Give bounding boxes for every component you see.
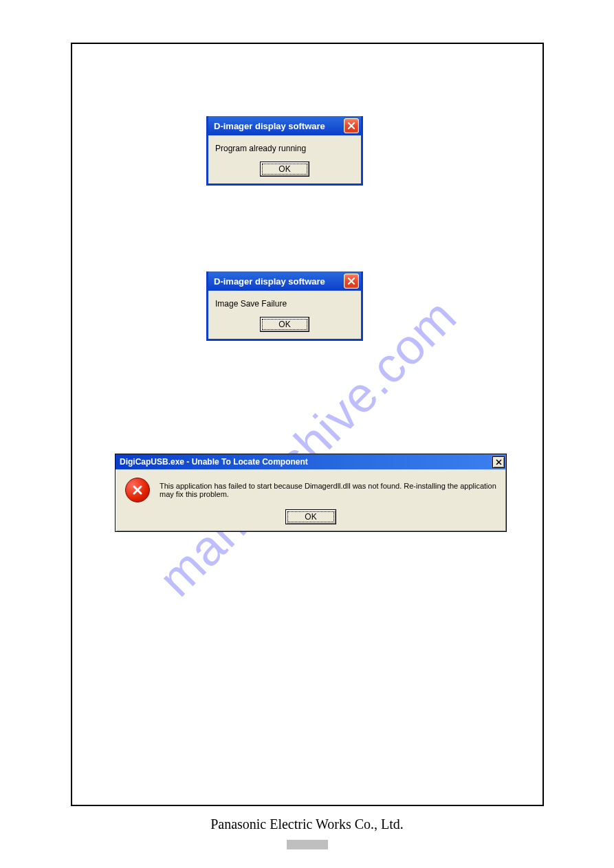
dialog1-title: D-imager display software <box>214 121 344 131</box>
dialog-unable-to-locate-component: DigiCapUSB.exe - Unable To Locate Compon… <box>115 454 507 532</box>
dialog-program-already-running: D-imager display software Program alread… <box>206 116 363 186</box>
ok-button[interactable]: OK <box>285 509 336 524</box>
dialog1-titlebar[interactable]: D-imager display software <box>208 116 361 135</box>
close-icon[interactable] <box>344 274 359 289</box>
dialog1-message: Program already running <box>215 144 354 153</box>
dialog3-title: DigiCapUSB.exe - Unable To Locate Compon… <box>120 457 492 467</box>
dialog3-message: This application has failed to start bec… <box>160 482 496 498</box>
dialog-image-save-failure: D-imager display software Image Save Fai… <box>206 271 363 341</box>
dialog2-body: Image Save Failure OK <box>208 291 361 339</box>
dialog2-title: D-imager display software <box>214 276 344 287</box>
close-icon[interactable] <box>344 118 359 133</box>
ok-button[interactable]: OK <box>260 317 309 332</box>
document-page: manualshive.com D-imager display softwar… <box>0 0 614 868</box>
footer-company: Panasonic Electric Works Co., Ltd. <box>0 816 614 832</box>
close-icon[interactable] <box>492 456 505 468</box>
footer-page-indicator <box>287 840 328 849</box>
dialog2-titlebar[interactable]: D-imager display software <box>208 271 361 291</box>
dialog3-titlebar[interactable]: DigiCapUSB.exe - Unable To Locate Compon… <box>116 454 506 469</box>
dialog2-message: Image Save Failure <box>215 299 354 309</box>
error-icon <box>125 478 150 502</box>
dialog3-body: This application has failed to start bec… <box>116 469 506 505</box>
ok-button[interactable]: OK <box>260 162 309 177</box>
document-frame: manualshive.com D-imager display softwar… <box>71 43 544 806</box>
dialog1-body: Program already running OK <box>208 135 361 183</box>
